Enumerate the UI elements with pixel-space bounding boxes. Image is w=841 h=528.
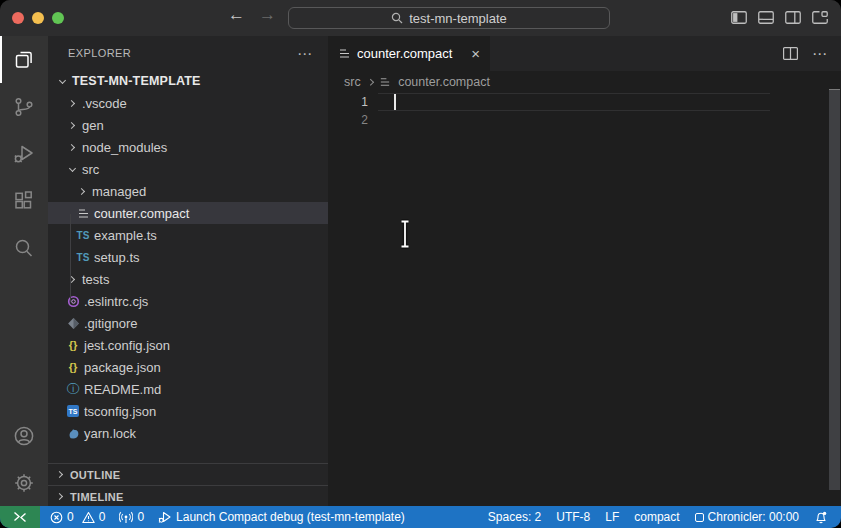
tree-item-jest-config[interactable]: {} jest.config.json	[48, 334, 328, 356]
text-caret	[394, 94, 396, 110]
code-editor[interactable]: 1 2	[328, 93, 841, 506]
tree-item-setup-ts[interactable]: TS setup.ts	[48, 246, 328, 268]
file-tree: TEST-MN-TEMPLATE .vscode gen node_module…	[48, 70, 328, 444]
chevron-right-icon	[64, 117, 80, 133]
gear-icon	[12, 471, 36, 495]
tree-item-eslintrc[interactable]: .eslintrc.cjs	[48, 290, 328, 312]
back-button[interactable]: ←	[228, 5, 245, 25]
chevron-right-icon	[64, 271, 80, 287]
activity-item-manage[interactable]	[0, 459, 48, 506]
close-tab-icon[interactable]: ×	[471, 46, 480, 61]
chevron-right-icon	[64, 139, 80, 155]
explorer-sidebar: EXPLORER ⋯ TEST-MN-TEMPLATE .vscode gen	[48, 36, 328, 506]
split-editor-icon[interactable]	[783, 47, 798, 60]
account-icon	[12, 424, 36, 448]
notifications-bell[interactable]	[814, 510, 828, 524]
tree-item-src[interactable]: src	[48, 158, 328, 180]
files-icon	[12, 48, 36, 72]
status-eol[interactable]: LF	[605, 510, 619, 524]
minimize-window-button[interactable]	[32, 12, 44, 24]
tree-item-managed[interactable]: managed	[48, 180, 328, 202]
info-icon: ⓘ	[64, 381, 82, 397]
customize-layout-icon[interactable]	[812, 11, 828, 24]
broadcast-icon	[119, 511, 133, 524]
activity-item-search[interactable]	[0, 224, 48, 271]
tree-item-tests[interactable]: tests	[48, 268, 328, 290]
tree-item-package-json[interactable]: {} package.json	[48, 356, 328, 378]
chevron-down-icon	[54, 73, 70, 89]
toggle-panel-icon[interactable]	[758, 11, 774, 24]
ibeam-mouse-cursor	[397, 218, 413, 254]
tree-item-readme[interactable]: ⓘ README.md	[48, 378, 328, 400]
list-file-icon	[74, 205, 92, 221]
run-and-debug-icon	[12, 142, 36, 166]
status-chronicler[interactable]: Chronicler: 00:00	[695, 510, 799, 524]
source-control-icon	[12, 95, 36, 119]
git-icon	[64, 315, 82, 331]
problems-indicator[interactable]: 0 0	[50, 510, 105, 524]
status-encoding[interactable]: UTF-8	[556, 510, 590, 524]
activity-bar	[0, 36, 48, 506]
vscode-window: ← → test-mn-template	[0, 0, 841, 528]
search-icon	[391, 12, 403, 24]
toggle-secondary-sidebar-icon[interactable]	[785, 11, 801, 24]
tree-item-tsconfig[interactable]: TS tsconfig.json	[48, 400, 328, 422]
activity-item-accounts[interactable]	[0, 412, 48, 459]
chevron-right-icon	[52, 467, 68, 483]
tree-item-vscode[interactable]: .vscode	[48, 92, 328, 114]
section-timeline[interactable]: TIMELINE	[48, 485, 328, 507]
debug-play-icon	[158, 510, 172, 524]
launch-debug-button[interactable]: Launch Compact debug (test-mn-template)	[158, 510, 405, 524]
chevron-right-icon	[52, 489, 68, 505]
activity-item-extensions[interactable]	[0, 177, 48, 224]
titlebar: ← → test-mn-template	[0, 0, 841, 36]
tree-item-gitignore[interactable]: .gitignore	[48, 312, 328, 334]
extensions-icon	[12, 189, 36, 213]
error-count: 0	[67, 510, 74, 524]
current-line-highlight	[378, 93, 770, 111]
warning-icon	[82, 511, 95, 524]
json-icon: {}	[64, 359, 82, 375]
tree-item-yarn-lock[interactable]: yarn.lock	[48, 422, 328, 444]
status-indentation[interactable]: Spaces: 2	[488, 510, 541, 524]
close-window-button[interactable]	[12, 12, 24, 24]
activity-item-source-control[interactable]	[0, 83, 48, 130]
activity-item-explorer[interactable]	[0, 36, 48, 83]
editor-more-actions-icon[interactable]: ⋯	[812, 45, 827, 63]
line-number: 1	[328, 93, 378, 111]
launch-debug-label: Launch Compact debug (test-mn-template)	[176, 510, 405, 524]
breadcrumb-item-file[interactable]: counter.compact	[398, 75, 490, 89]
traffic-lights	[12, 12, 64, 24]
tree-item-node-modules[interactable]: node_modules	[48, 136, 328, 158]
chronicler-icon	[695, 513, 704, 522]
zoom-window-button[interactable]	[52, 12, 64, 24]
warning-count: 0	[99, 510, 106, 524]
line-number: 2	[328, 111, 378, 129]
tree-item-example-ts[interactable]: TS example.ts	[48, 224, 328, 246]
status-language[interactable]: compact	[634, 510, 679, 524]
tree-item-root[interactable]: TEST-MN-TEMPLATE	[48, 70, 328, 92]
chevron-right-icon	[74, 183, 90, 199]
vertical-scrollbar[interactable]	[829, 90, 840, 490]
search-icon	[12, 236, 36, 260]
error-icon	[50, 511, 63, 524]
list-file-icon	[379, 76, 391, 88]
json-icon: {}	[64, 337, 82, 353]
tree-item-gen[interactable]: gen	[48, 114, 328, 136]
toggle-primary-sidebar-icon[interactable]	[731, 11, 747, 24]
chevron-down-icon	[64, 161, 80, 177]
ports-count: 0	[137, 510, 144, 524]
breadcrumb-item-src[interactable]: src	[344, 75, 361, 89]
explorer-more-actions-icon[interactable]: ⋯	[297, 46, 312, 61]
editor-area: counter.compact × ⋯ src counter.compact …	[328, 36, 841, 506]
command-center[interactable]: test-mn-template	[288, 7, 610, 29]
forward-button[interactable]: →	[259, 5, 276, 25]
section-outline[interactable]: OUTLINE	[48, 463, 328, 485]
activity-item-run-debug[interactable]	[0, 130, 48, 177]
command-center-text: test-mn-template	[409, 11, 507, 26]
tree-item-counter-compact[interactable]: counter.compact	[48, 202, 328, 224]
remote-icon	[13, 510, 27, 524]
remote-indicator[interactable]	[0, 506, 40, 528]
ports-indicator[interactable]: 0	[119, 510, 144, 524]
tab-counter-compact[interactable]: counter.compact ×	[328, 36, 490, 71]
